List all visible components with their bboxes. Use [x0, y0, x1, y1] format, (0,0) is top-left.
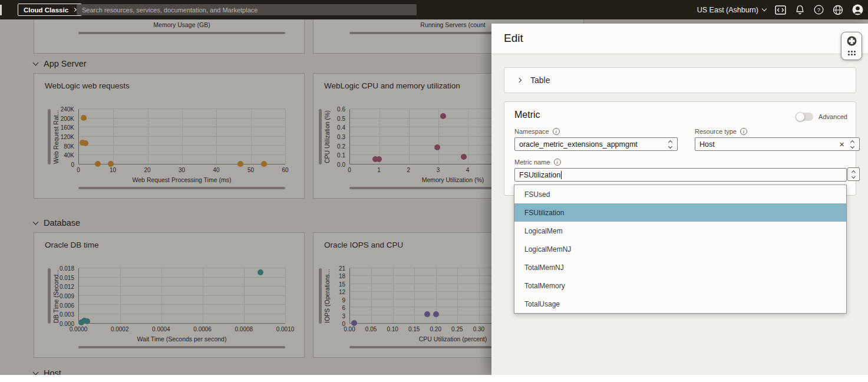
table-collapsible-section[interactable]: Table	[504, 67, 856, 93]
metric-name-input[interactable]: FSUtilization	[514, 168, 847, 182]
expand-arrows-icon	[851, 171, 856, 178]
resource-type-combobox[interactable]: Host ×	[695, 137, 860, 151]
metric-name-value: FSUtilization	[519, 171, 560, 179]
metric-name-label-row: Metric name i	[514, 159, 561, 166]
drag-handle-dots-icon	[848, 51, 856, 55]
topbar-right-cluster: US East (Ashburn) ?	[697, 0, 863, 19]
namespace-value: oracle_metric_extensions_appmgmt	[519, 140, 668, 149]
cloud-classic-button[interactable]: Cloud Classic	[18, 4, 82, 16]
notifications-icon[interactable]	[795, 5, 805, 15]
global-search-input[interactable]	[77, 4, 417, 15]
table-section-label: Table	[530, 75, 550, 85]
info-icon[interactable]: i	[553, 128, 560, 135]
advanced-toggle[interactable]	[796, 113, 813, 121]
help-widget-button[interactable]	[841, 32, 862, 60]
bottom-white-strip	[0, 375, 868, 382]
info-icon[interactable]: i	[554, 159, 561, 166]
oracle-cloud-console: Cloud Classic US East (Ashburn) ?	[0, 0, 868, 382]
help-icon[interactable]: ?	[814, 5, 824, 15]
dropdown-option-TotalMemory[interactable]: TotalMemory	[514, 276, 846, 295]
advanced-label: Advanced	[819, 113, 847, 120]
clear-icon[interactable]: ×	[839, 140, 844, 149]
dropdown-option-FSUtilization[interactable]: FSUtilization	[514, 203, 846, 222]
expand-arrows-icon[interactable]	[668, 141, 673, 148]
resource-type-label: Resource type	[695, 128, 737, 135]
metric-heading: Metric	[514, 110, 540, 120]
metric-name-spinner[interactable]	[847, 167, 860, 181]
text-cursor	[561, 171, 562, 179]
metric-name-label: Metric name	[514, 159, 550, 166]
chevron-right-icon	[517, 78, 522, 83]
life-ring-icon	[847, 36, 857, 46]
region-selector[interactable]: US East (Ashburn)	[697, 6, 766, 14]
namespace-label-row: Namespace i	[514, 128, 560, 135]
top-navigation-bar: Cloud Classic US East (Ashburn) ?	[0, 0, 868, 19]
dropdown-option-LogicalMem[interactable]: LogicalMem	[514, 222, 846, 240]
region-label: US East (Ashburn)	[697, 6, 758, 14]
developer-tools-icon[interactable]	[775, 5, 786, 15]
language-globe-icon[interactable]	[833, 5, 843, 15]
metric-name-dropdown: FSUsedFSUtilizationLogicalMemLogicalMemN…	[514, 185, 847, 314]
brand-label: Cloud Classic	[24, 6, 68, 14]
namespace-label: Namespace	[514, 128, 549, 135]
chevron-down-icon	[762, 6, 767, 11]
dropdown-option-TotalUsage[interactable]: TotalUsage	[514, 295, 846, 313]
window-edge-fragment	[0, 5, 2, 15]
resource-type-value: Host	[699, 140, 839, 149]
resource-type-label-row: Resource type i	[695, 128, 747, 135]
dropdown-option-FSUsed[interactable]: FSUsed	[514, 185, 846, 203]
expand-arrows-icon[interactable]	[850, 141, 855, 148]
dropdown-option-LogicalMemNJ[interactable]: LogicalMemNJ	[514, 240, 846, 258]
drawer-header: Edit	[491, 24, 868, 54]
edit-drawer-panel: Edit Table Metric Advanced Namespace i o…	[491, 24, 868, 375]
dropdown-option-TotalMemNJ[interactable]: TotalMemNJ	[514, 258, 846, 276]
advanced-toggle-group: Advanced	[796, 113, 847, 121]
svg-text:?: ?	[817, 6, 820, 13]
toggle-knob	[796, 112, 805, 121]
user-avatar-icon[interactable]	[852, 4, 863, 15]
info-icon[interactable]: i	[740, 128, 747, 135]
metric-section-card: Metric Advanced Namespace i oracle_metri…	[504, 101, 856, 196]
drawer-title: Edit	[504, 32, 523, 45]
namespace-combobox[interactable]: oracle_metric_extensions_appmgmt	[514, 137, 678, 151]
